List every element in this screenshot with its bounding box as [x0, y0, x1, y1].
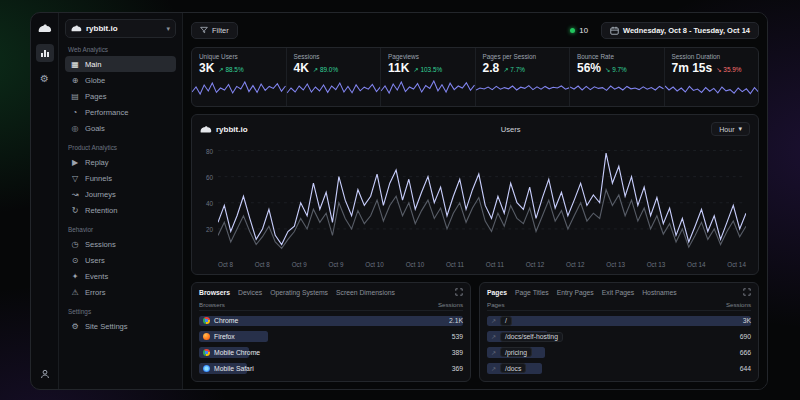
icon-rail: ⚙ — [31, 13, 59, 389]
pages-column-header: Pages — [487, 301, 505, 308]
stat-label: Pages per Session — [483, 53, 563, 60]
y-tick-label: 20 — [206, 225, 213, 232]
external-link-icon: ↗ — [491, 333, 496, 340]
mobile-safari-icon — [203, 365, 210, 372]
funnels-icon: ▽ — [70, 174, 80, 183]
live-dot-icon — [570, 28, 575, 33]
stat-value: 2.8 — [483, 61, 500, 75]
browsers-column-header: Sessions — [438, 301, 463, 308]
sidebar-section-label: Product Analytics — [68, 144, 173, 151]
stat-label: Unique Users — [199, 53, 279, 60]
site-settings-icon: ⚙ — [70, 322, 80, 331]
sidebar-item-users[interactable]: ⊙Users — [65, 252, 176, 268]
sidebar-item-label: Main — [85, 60, 101, 69]
sidebar-item-label: Performance — [85, 108, 128, 117]
sidebar-item-performance[interactable]: ◔Performance — [65, 104, 176, 120]
interval-select[interactable]: Hour ▾ — [711, 122, 750, 136]
pages-row-value: 690 — [735, 333, 751, 340]
external-link-icon: ↗ — [491, 349, 496, 356]
x-tick-label: Oct 9 — [292, 261, 307, 268]
pages-row-label: /docs/self-hosting — [500, 332, 563, 342]
filter-button[interactable]: Filter — [191, 22, 238, 39]
tab-browsers[interactable]: Browsers — [199, 289, 230, 296]
tab-screen-dimensions[interactable]: Screen Dimensions — [336, 289, 395, 296]
live-users-badge[interactable]: 10 — [565, 23, 593, 38]
stat-change: ↘ 9.7% — [605, 66, 627, 74]
sidebar-item-journeys[interactable]: ↝Journeys — [65, 186, 176, 202]
x-tick-label: Oct 10 — [365, 261, 384, 268]
browsers-row[interactable]: Mobile Chrome389 — [199, 347, 463, 358]
pages-row[interactable]: ↗/3K — [487, 316, 751, 327]
sidebar-section-label: Web Analytics — [68, 46, 173, 53]
site-logo-icon — [71, 24, 82, 33]
browsers-row[interactable]: Firefox539 — [199, 331, 463, 342]
account-user-icon[interactable] — [36, 365, 54, 383]
sidebar: rybbit.io ▾ Web Analytics▦Main⊕Globe▤Pag… — [59, 13, 183, 389]
tab-operating-systems[interactable]: Operating Systems — [270, 289, 328, 296]
browsers-row-label: Chrome — [214, 317, 238, 324]
sidebar-item-globe[interactable]: ⊕Globe — [65, 72, 176, 88]
sidebar-item-site-settings[interactable]: ⚙Site Settings — [65, 318, 176, 334]
pages-row-value: 666 — [735, 349, 751, 356]
tab-exit-pages[interactable]: Exit Pages — [602, 289, 635, 296]
sidebar-item-pages[interactable]: ▤Pages — [65, 88, 176, 104]
site-name: rybbit.io — [86, 24, 118, 33]
pages-row[interactable]: ↗/docs644 — [487, 363, 751, 374]
sidebar-item-events[interactable]: ✦Events — [65, 268, 176, 284]
tab-hostnames[interactable]: Hostnames — [642, 289, 676, 296]
x-tick-label: Oct 13 — [606, 261, 625, 268]
firefox-icon — [203, 333, 210, 340]
stat-change: ↗ 89.0% — [313, 66, 338, 74]
tab-page-titles[interactable]: Page Titles — [515, 289, 549, 296]
users-chart-card: rybbit.io Users Hour ▾ 20406080 Oct 8Oct… — [191, 114, 759, 275]
browsers-row-label: Firefox — [214, 333, 235, 340]
goals-icon: ◎ — [70, 124, 80, 133]
browsers-row-value: 539 — [447, 333, 463, 340]
pages-tabs: PagesPage TitlesEntry PagesExit PagesHos… — [487, 288, 751, 296]
main-content: Filter 10 Wednesday, Oct 8 - Tuesday, Oc… — [183, 13, 767, 389]
browsers-row[interactable]: Chrome2.1K — [199, 316, 463, 327]
stat-bounce-rate: Bounce Rate56%↘ 9.7% — [569, 48, 664, 106]
stat-sessions: Sessions4K↗ 89.0% — [286, 48, 381, 106]
sidebar-item-label: Users — [85, 256, 105, 265]
browsers-expand-icon[interactable] — [455, 288, 463, 296]
stat-change: ↘ 35.9% — [716, 66, 741, 74]
sidebar-item-retention[interactable]: ↻Retention — [65, 202, 176, 218]
sidebar-item-goals[interactable]: ◎Goals — [65, 120, 176, 136]
pages-expand-icon[interactable] — [743, 288, 751, 296]
stat-session-duration: Session Duration7m 15s↘ 35.9% — [664, 48, 759, 106]
tab-entry-pages[interactable]: Entry Pages — [557, 289, 594, 296]
sidebar-item-label: Site Settings — [85, 322, 128, 331]
stat-unique-users: Unique Users3K↗ 88.5% — [192, 48, 286, 106]
y-tick-label: 40 — [206, 199, 213, 206]
pages-row-label: /docs — [500, 363, 526, 373]
pages-row-value: 644 — [735, 365, 751, 372]
app-window: ⚙ rybbit.io ▾ Web Analytics▦Main⊕Globe▤P… — [30, 12, 768, 390]
tab-pages[interactable]: Pages — [487, 289, 507, 296]
x-axis-labels: Oct 8Oct 8Oct 9Oct 9Oct 10Oct 10Oct 11Oc… — [218, 258, 746, 268]
stat-value: 4K — [294, 61, 309, 75]
browsers-row-label: Mobile Chrome — [214, 349, 260, 356]
stat-value: 3K — [199, 61, 214, 75]
sidebar-item-main[interactable]: ▦Main — [65, 56, 176, 72]
users-icon: ⊙ — [70, 256, 80, 265]
pages-row[interactable]: ↗/pricing666 — [487, 347, 751, 358]
bottom-cards: BrowsersDevicesOperating SystemsScreen D… — [191, 282, 759, 382]
date-range-picker[interactable]: Wednesday, Oct 8 - Tuesday, Oct 14 — [601, 22, 759, 39]
gear-icon[interactable]: ⚙ — [36, 69, 54, 87]
pages-row[interactable]: ↗/docs/self-hosting690 — [487, 331, 751, 342]
sidebar-item-sessions[interactable]: ◷Sessions — [65, 236, 176, 252]
sidebar-item-replay[interactable]: ▶Replay — [65, 154, 176, 170]
performance-icon: ◔ — [70, 108, 80, 117]
sidebar-item-funnels[interactable]: ▽Funnels — [65, 170, 176, 186]
stat-value: 56% — [577, 61, 601, 75]
main-icon: ▦ — [70, 60, 80, 69]
chevron-down-icon: ▾ — [166, 25, 170, 33]
site-selector[interactable]: rybbit.io ▾ — [65, 19, 176, 38]
tab-devices[interactable]: Devices — [238, 289, 262, 296]
x-tick-label: Oct 8 — [218, 261, 233, 268]
analytics-nav-icon[interactable] — [36, 44, 54, 62]
sidebar-item-errors[interactable]: ⚠Errors — [65, 284, 176, 300]
browsers-row[interactable]: Mobile Safari369 — [199, 363, 463, 374]
users-line-chart[interactable]: 20406080 Oct 8Oct 8Oct 9Oct 9Oct 10Oct 1… — [200, 140, 750, 268]
